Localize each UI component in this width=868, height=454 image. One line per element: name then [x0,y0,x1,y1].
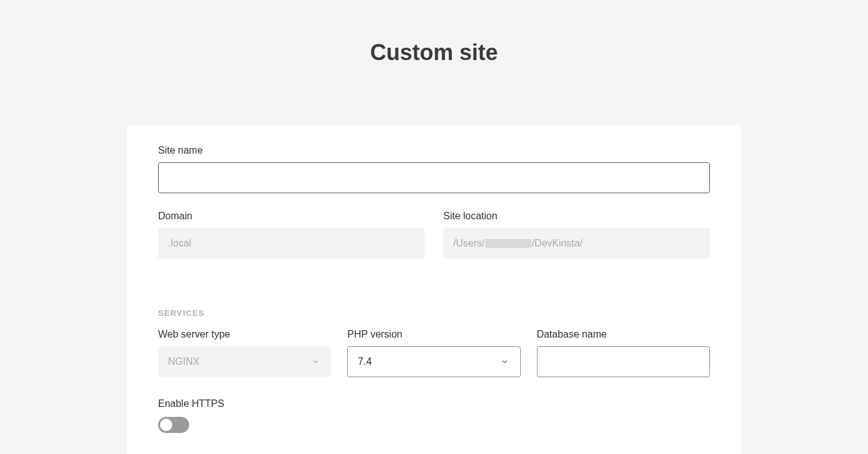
enable-https-toggle[interactable] [158,417,189,433]
toggle-knob [160,419,172,431]
domain-group: Domain .local [158,211,425,259]
enable-https-group: Enable HTTPS [158,398,710,433]
web-server-group: Web server type NGINX [158,329,331,377]
database-name-group: Database name [537,329,710,377]
database-name-input[interactable] [537,346,710,377]
site-location-prefix: /Users/ [453,238,485,249]
site-name-label: Site name [158,145,710,156]
chevron-down-icon [500,357,509,366]
services-heading: SERVICES [158,308,710,318]
site-location-label: Site location [443,211,710,222]
chevron-down-icon [311,357,320,366]
domain-display: .local [158,228,425,259]
web-server-select: NGINX [158,346,331,377]
form-card: Site name Domain .local Site location /U… [127,125,741,454]
web-server-label: Web server type [158,329,331,340]
site-name-input[interactable] [158,162,710,193]
site-location-group: Site location /Users//DevKinsta/ [443,211,710,259]
php-version-group: PHP version 7.4 [347,329,520,377]
php-version-value: 7.4 [358,356,371,367]
php-version-select[interactable]: 7.4 [347,346,520,377]
web-server-value: NGINX [168,356,200,367]
domain-value: .local [168,238,191,249]
page-title: Custom site [0,0,868,66]
enable-https-label: Enable HTTPS [158,398,710,409]
site-name-group: Site name [158,145,710,193]
redacted-username [485,239,531,248]
php-version-label: PHP version [347,329,520,340]
site-location-suffix: /DevKinsta/ [532,238,583,249]
domain-label: Domain [158,211,425,222]
database-name-label: Database name [537,329,710,340]
site-location-display: /Users//DevKinsta/ [443,228,710,259]
